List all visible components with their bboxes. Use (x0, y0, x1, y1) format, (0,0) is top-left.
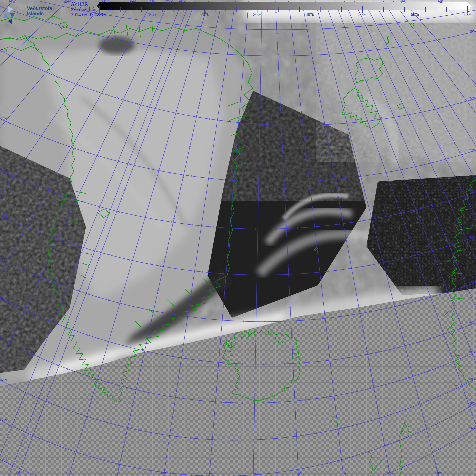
logo-text: Veðurstofa Íslands (27, 6, 52, 16)
colorbar-tick (152, 6, 153, 13)
colorbar-tick-label: 70% (463, 12, 472, 17)
vedurstofa-logo: Veðurstofa Íslands (2, 2, 70, 20)
product-channel: Sýnilegt ljós (71, 7, 106, 12)
coast-iceland (222, 330, 300, 401)
colorbar-tick-label: 30% (253, 12, 261, 17)
colorbar-tick (457, 7, 457, 12)
lat-label-right: 58N (469, 401, 475, 406)
lon-label-bottom: 10W (340, 471, 347, 475)
colorbar-tick (257, 6, 257, 13)
lat-label-right: 72N (469, 148, 475, 153)
lat-label-right: 62N (469, 350, 475, 354)
lon-label-bottom: 45W (15, 471, 21, 475)
lat-label-left: 74N (1, 49, 7, 52)
colorbar-tick (184, 7, 184, 12)
lon-label-top: 90W (64, 0, 71, 4)
lon-label-bottom: 40W (66, 471, 72, 475)
colorbar-tick (310, 6, 310, 13)
colorbar-tick (110, 7, 110, 12)
lat-label-right: 70N (469, 190, 475, 194)
colorbar-tick (404, 7, 405, 12)
product-name: AVHRR (71, 1, 106, 7)
lon-label-bottom: 25W (206, 471, 213, 475)
colorbar-tick (415, 6, 415, 13)
colorbar-tick (341, 7, 341, 12)
lon-label-top: 95W (9, 0, 16, 4)
lat-label-left: 62N (1, 337, 7, 341)
colorbar-tick (394, 7, 394, 12)
lat-label-right: 56N (469, 426, 475, 430)
colorbar-tick (268, 7, 268, 12)
lon-label-top: 45E (400, 0, 406, 4)
colorbar-tick (362, 6, 363, 13)
product-info: AVHRR Sýnilegt ljós 2014.05.03 08:15 (71, 1, 106, 17)
colorbar-tick-label: 10% (148, 12, 156, 17)
colorbar-tick (467, 6, 468, 13)
colorbar-tick (446, 7, 447, 12)
colorbar-tick (204, 6, 205, 13)
satellite-image (0, 0, 476, 476)
colorbar-tick (225, 7, 226, 12)
colorbar-tick (215, 7, 216, 12)
lat-label-right: 76N (469, 29, 475, 34)
colorbar-tick (425, 7, 426, 12)
coast-scotland (368, 451, 373, 476)
lon-label-top: 70W (166, 0, 173, 4)
lon-label-top: 85W (102, 0, 109, 4)
colorbar-tick (436, 7, 436, 12)
lon-label-top: 65W (179, 0, 186, 4)
colorbar-tick (373, 7, 373, 12)
colorbar-tick (383, 7, 384, 12)
colorbar-tick-label: 60% (411, 12, 419, 17)
colorbar-tick (299, 7, 300, 12)
colorbar-tick-label: 40% (306, 12, 314, 17)
colorbar-tick (320, 7, 321, 12)
colorbar-tick (278, 7, 279, 12)
lat-label-left: 58N (1, 418, 7, 422)
colorbar-tick (331, 7, 331, 12)
swath-imagery (0, 0, 476, 476)
colorbar-tick (247, 7, 247, 12)
logo-line1: Veðurstofa (27, 6, 52, 11)
lat-label-left: 72N (1, 117, 7, 121)
colorbar-tick (120, 7, 121, 12)
colorbar-tick-label: 20% (201, 12, 209, 17)
lat-label-left: 56N (1, 457, 7, 461)
lat-label-left: 64N (1, 296, 7, 300)
lon-label-top: 75W (150, 0, 156, 4)
lat-label-right: 68N (469, 235, 475, 239)
colorbar-tick (141, 7, 142, 12)
lat-label-left: 68N (1, 214, 7, 218)
colorbar-tick (131, 7, 131, 12)
lat-label-left: 60N (1, 378, 7, 382)
lon-label-bottom: 20W (250, 471, 257, 475)
lat-label-right: 74N (469, 97, 475, 101)
colorbar-tick (236, 7, 237, 12)
vedurstofa-logo-icon (2, 2, 26, 25)
lat-label-right: 60N (469, 377, 475, 381)
lat-label-left: 70N (1, 169, 7, 173)
lat-label-right: 66N (469, 280, 475, 284)
colorbar-tick (173, 7, 173, 12)
lon-label-top: 80W (129, 0, 136, 4)
lon-label-bottom: 35W (114, 471, 120, 475)
logo-line2: Íslands (27, 11, 52, 16)
lon-label-bottom: 15W (295, 471, 302, 475)
lat-label-left: 66N (1, 257, 7, 261)
colorbar-tick (194, 7, 194, 12)
lon-label-bottom: 00W (435, 471, 442, 475)
lon-label-bottom: 30W (160, 471, 167, 475)
lat-label-right: 64N (469, 321, 475, 325)
lon-label-top: 50E (438, 0, 443, 4)
colorbar-tick (289, 7, 289, 12)
colorbar-tick (162, 7, 163, 12)
satellite-product-page: 0%10%20%30%40%50%60%70% Veðurstofa Íslan… (0, 0, 476, 476)
colorbar-tick-label: 50% (358, 12, 366, 17)
product-datetime: 2014.05.03 08:15 (71, 12, 106, 17)
colorbar-tick (352, 7, 352, 12)
lon-label-bottom: 05W (387, 471, 394, 475)
